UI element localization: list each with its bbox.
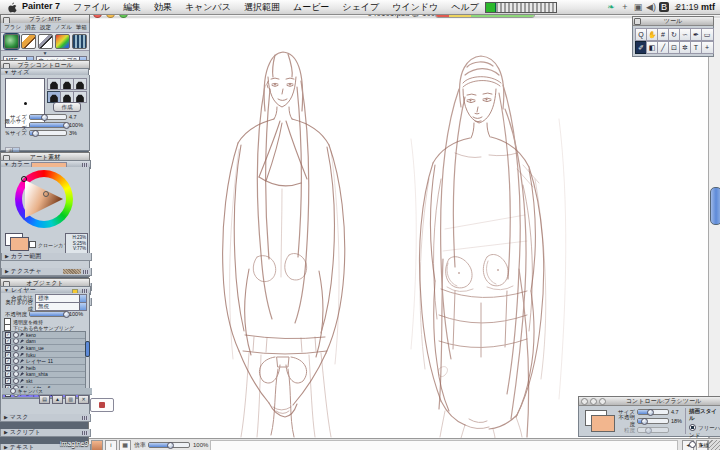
new-layer-button[interactable]: ▥ <box>65 395 76 404</box>
layer-opacity-slider[interactable]: 不透明度 100% <box>3 310 87 318</box>
layer-row-kam_shta[interactable]: ✓kam_shta <box>3 372 85 379</box>
menu-clock[interactable]: 21:19 <box>676 2 699 12</box>
vertical-scrollbar-thumb[interactable] <box>710 187 720 225</box>
color-variability-row[interactable]: ▶カラー範囲 <box>1 253 92 261</box>
rainbow-brush-icon[interactable] <box>55 34 70 49</box>
menu-item-8[interactable]: ウインドウ <box>392 1 438 14</box>
front-color-swatch[interactable] <box>10 237 29 251</box>
straight-line-radio[interactable]: 直線 <box>689 441 720 449</box>
grid-icon[interactable] <box>82 163 88 167</box>
plus-menu-icon[interactable]: + <box>619 2 631 12</box>
min-size-slider[interactable]: 最小サイズ 100% <box>3 121 87 129</box>
pickup-color-checkbox[interactable]: 下にある色をサンプリング <box>4 324 74 331</box>
layer-checkbox[interactable]: ✓ <box>5 332 11 338</box>
dab-type-button[interactable] <box>73 78 87 90</box>
minimize-icon[interactable] <box>590 398 597 405</box>
brush-menu-item-4[interactable]: 筆箱 <box>76 24 87 31</box>
ctrl-opacity-slider[interactable]: 不透明度 18% <box>617 417 681 425</box>
close-icon[interactable] <box>634 18 641 25</box>
input-method-icon[interactable]: B <box>659 2 669 12</box>
zoom-slider[interactable] <box>148 442 190 448</box>
eye-icon[interactable] <box>13 372 19 378</box>
menu-item-1[interactable]: ファイル <box>73 1 110 14</box>
watercolor-brush-icon[interactable] <box>4 34 19 49</box>
layer-row-kero[interactable]: ✓kero <box>3 332 85 339</box>
menu-item-6[interactable]: ムービー <box>293 1 329 14</box>
user-menu[interactable]: mtf <box>701 2 715 12</box>
drop-layer-button[interactable]: ▲ <box>52 395 63 404</box>
close-icon[interactable] <box>581 398 588 405</box>
sv-selector-dot[interactable] <box>43 191 49 197</box>
hue-selector-dot[interactable] <box>21 176 27 182</box>
drawer-icon[interactable] <box>91 440 103 450</box>
grid-toggle-icon[interactable]: ▦ <box>119 440 131 450</box>
layer-list-scrollbar-thumb[interactable] <box>85 341 90 357</box>
layer-checkbox[interactable]: ✓ <box>5 345 11 351</box>
group-layers-button[interactable]: ▤ <box>39 395 50 404</box>
eye-icon[interactable] <box>13 339 19 345</box>
grid-icon[interactable] <box>82 289 88 293</box>
menu-item-5[interactable]: 選択範囲 <box>244 1 280 14</box>
network-icon[interactable]: ❧ <box>605 2 617 12</box>
grid-icon[interactable] <box>83 270 89 274</box>
eye-icon[interactable] <box>13 332 19 338</box>
canvas[interactable] <box>89 19 708 438</box>
layer-adjuster-tool[interactable]: + <box>701 41 714 54</box>
canvas-layer-row[interactable]: キャンバス <box>2 388 92 395</box>
eye-icon[interactable] <box>13 365 19 371</box>
menu-item-3[interactable]: 効果 <box>154 1 172 14</box>
layer-checkbox[interactable]: ✓ <box>5 365 11 371</box>
horizontal-scrollbar[interactable] <box>210 440 678 450</box>
tool-palette-titlebar[interactable]: ツール <box>632 16 714 26</box>
size-step-slider[interactable]: ％サイズ 3% <box>3 129 87 137</box>
zoom-icon[interactable] <box>599 398 606 405</box>
menu-item-2[interactable]: 編集 <box>123 1 141 14</box>
layer-row-dam[interactable]: ✓dam <box>3 339 85 346</box>
layer-checkbox[interactable]: ✓ <box>5 339 11 345</box>
volume-icon[interactable]: ◀) <box>645 2 657 12</box>
eye-icon[interactable] <box>13 345 19 351</box>
grid-icon[interactable] <box>82 416 88 420</box>
apple-menu-icon[interactable] <box>7 2 17 13</box>
collapsed-mini-palette[interactable] <box>90 398 114 412</box>
dab-type-button[interactable] <box>60 78 74 90</box>
brush-menu-item-3[interactable]: ノズル <box>55 24 72 31</box>
brush-drawer-icon[interactable] <box>72 34 87 49</box>
layer-checkbox[interactable]: ✓ <box>5 372 11 378</box>
brush-menu-item-1[interactable]: 消去 <box>25 24 36 31</box>
eye-icon[interactable] <box>13 352 19 358</box>
layer-row-heib[interactable]: ✓heib <box>3 365 85 372</box>
desktop-icon-label[interactable]: imagine9 <box>60 440 88 447</box>
vertical-scrollbar[interactable]: ▲ ▼ <box>708 19 720 438</box>
dab-type-button[interactable] <box>47 78 61 90</box>
pencil-brush-icon[interactable] <box>21 34 36 49</box>
layer-row-fuku[interactable]: ✓fuku <box>3 352 85 359</box>
texture-row[interactable]: ▶テクスチャ <box>1 268 92 276</box>
delete-layer-button[interactable]: ✕ <box>78 395 89 404</box>
layer-checkbox[interactable]: ✓ <box>5 378 11 384</box>
front-swatch[interactable] <box>591 415 615 432</box>
rect-selection-tool[interactable]: ▭ <box>701 28 714 41</box>
brush-menu-item-0[interactable]: ブラシ <box>4 24 21 31</box>
info-icon[interactable]: i <box>105 440 117 450</box>
menu-item-9[interactable]: ヘルプ <box>451 1 479 14</box>
scripts-section-row[interactable]: ▶スクリプト <box>0 429 91 437</box>
layer-checkbox[interactable]: ✓ <box>5 352 11 358</box>
layer-checkbox[interactable]: ✓ <box>5 358 11 364</box>
displays-icon[interactable]: ▣ <box>632 2 644 12</box>
menu-item-4[interactable]: キャンバス <box>185 1 231 14</box>
menu-item-7[interactable]: シェイプ <box>342 1 379 14</box>
mask-section-row[interactable]: ▶マスク <box>0 414 91 422</box>
brush-menu-item-2[interactable]: 設定 <box>40 24 51 31</box>
menu-item-0[interactable]: Painter 7 <box>22 1 60 14</box>
grid-icon[interactable] <box>82 431 88 435</box>
eye-icon[interactable] <box>13 378 19 384</box>
freehand-radio[interactable]: フリーハンド <box>689 424 720 439</box>
pen-brush-icon[interactable] <box>38 34 53 49</box>
eye-icon[interactable] <box>10 388 16 394</box>
eye-icon[interactable] <box>13 358 19 364</box>
controls-palette-titlebar[interactable]: コントロール:ブラシツール <box>578 396 720 406</box>
layer-row-skt[interactable]: ✓skt <box>3 378 85 385</box>
layer-row-kam_ue[interactable]: ✓kam_ue <box>3 345 85 352</box>
layer-row-レイヤー 11[interactable]: ✓レイヤー 11 <box>3 358 85 365</box>
